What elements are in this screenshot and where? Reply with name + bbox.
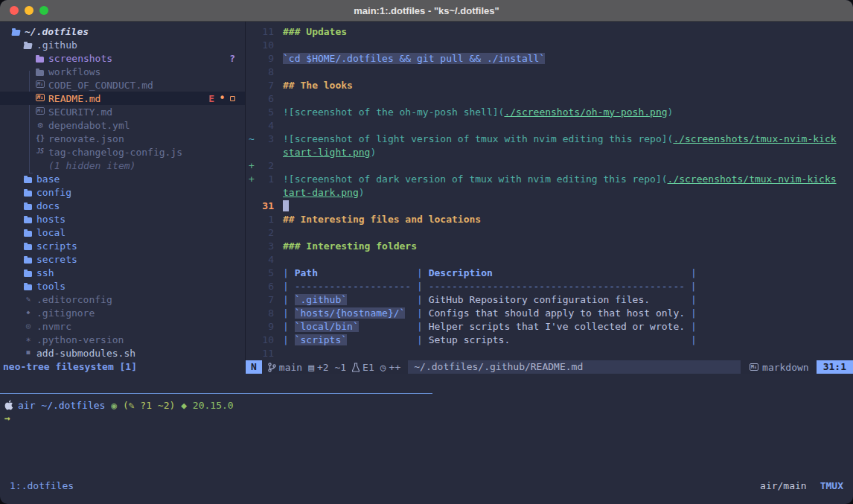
editor-line[interactable]: 3### Interesting folders bbox=[246, 239, 853, 252]
line-number: 7 bbox=[258, 80, 274, 91]
pencil-icon: ✎ bbox=[22, 294, 34, 304]
tree-item[interactable]: ◎.nvmrc bbox=[0, 319, 245, 333]
gutter-sign bbox=[246, 227, 258, 238]
tree-item[interactable]: scripts bbox=[0, 239, 245, 252]
editor-line[interactable]: 2 bbox=[246, 226, 853, 239]
line-number: 3 bbox=[258, 240, 274, 252]
code-token: `scripts` bbox=[295, 334, 347, 345]
star-icon: ∗ bbox=[22, 334, 34, 345]
zoom-button[interactable] bbox=[39, 6, 48, 15]
tree-item[interactable]: {}renovate.json bbox=[0, 132, 245, 145]
gutter-sign bbox=[246, 281, 258, 292]
gutter-sign bbox=[246, 334, 258, 345]
traffic-lights bbox=[10, 6, 48, 15]
clock-extra: ++ bbox=[389, 362, 401, 373]
mode-indicator: N bbox=[246, 360, 262, 374]
editor-line[interactable]: 6| -------------------- | --------------… bbox=[246, 279, 853, 293]
editor-line[interactable]: 9| `local/bin` | Helper scripts that I'v… bbox=[246, 319, 853, 333]
tree-item[interactable]: ✎.editorconfig bbox=[0, 293, 245, 306]
square-icon: ■ bbox=[22, 348, 34, 358]
line-number: 2 bbox=[258, 227, 274, 238]
tree-item[interactable]: screenshots? bbox=[0, 51, 245, 65]
editor-lines[interactable]: 11### Updates 10 9`cd $HOME/.dotfiles &&… bbox=[246, 25, 853, 360]
editor-line[interactable]: 7## The looks bbox=[246, 78, 853, 92]
shell-pane[interactable]: air ~/.dotfiles ◉ (✎ ?1 ~2) ◆ 20.15.0 → bbox=[0, 374, 853, 478]
gutter-sign bbox=[246, 307, 258, 319]
code-token: | bbox=[685, 294, 697, 305]
editor-line[interactable]: 5| Path | Description | bbox=[246, 266, 853, 279]
editor-line[interactable]: 11 bbox=[246, 346, 853, 360]
editor-line[interactable]: 6 bbox=[246, 92, 853, 105]
tree-item[interactable]: M↓CODE_OF_CONDUCT.md bbox=[0, 78, 245, 92]
tree-item[interactable]: docs bbox=[0, 199, 245, 212]
tmux-window-name[interactable]: 1:.dotfiles bbox=[0, 478, 74, 494]
tree-item[interactable]: workflows bbox=[0, 65, 245, 78]
titlebar: main:1:.dotfiles - "ks~/.dotfiles" bbox=[0, 0, 853, 22]
code-token bbox=[347, 294, 411, 305]
editor-line[interactable]: 11### Updates bbox=[246, 25, 853, 38]
editor-line[interactable]: 8 bbox=[246, 65, 853, 78]
tree-item[interactable]: local bbox=[0, 226, 245, 239]
line-number: 1 bbox=[258, 214, 274, 225]
code-token: | bbox=[685, 334, 697, 345]
editor[interactable]: 11### Updates 10 9`cd $HOME/.dotfiles &&… bbox=[246, 22, 853, 374]
editor-line[interactable]: 4 bbox=[246, 252, 853, 266]
prompt-arrow[interactable]: → bbox=[4, 412, 10, 425]
clock-segment: ◷ ++ bbox=[380, 362, 400, 373]
tree-item-label: .python-version bbox=[36, 334, 124, 345]
editor-line[interactable]: 5![screenshot of the oh-my-posh shell](.… bbox=[246, 105, 853, 118]
line-number: 11 bbox=[258, 348, 274, 359]
diamond-icon: ◆ bbox=[22, 307, 34, 318]
editor-line[interactable]: 9`cd $HOME/.dotfiles && git pull && ./in… bbox=[246, 51, 853, 65]
tree-item[interactable]: ~/.dotfiles bbox=[0, 25, 245, 38]
tree-item[interactable]: ◆.gitignore bbox=[0, 306, 245, 319]
editor-line[interactable]: 31 bbox=[246, 199, 853, 212]
tree-item-label: hosts bbox=[36, 214, 66, 225]
tree-item[interactable]: ssh bbox=[0, 266, 245, 279]
line-number: 5 bbox=[258, 106, 274, 118]
folder-icon bbox=[22, 227, 34, 237]
untracked-badge: ? bbox=[229, 53, 235, 64]
code-token: ./screenshots/tmux-nvim-kick bbox=[673, 133, 836, 144]
editor-line[interactable]: 1## Interesting files and locations bbox=[246, 212, 853, 226]
gutter-sign bbox=[246, 66, 258, 77]
cursor-position: 31:1 bbox=[817, 360, 853, 374]
editor-line[interactable]: 4 bbox=[246, 118, 853, 132]
tree-item[interactable]: JStag-changelog-config.js bbox=[0, 145, 245, 159]
code-token: `.github` bbox=[295, 294, 347, 305]
tree-item[interactable]: ■add-submodules.sh bbox=[0, 346, 245, 360]
tree-item[interactable]: hosts bbox=[0, 212, 245, 226]
minimize-button[interactable] bbox=[25, 6, 33, 15]
line-number: 6 bbox=[258, 93, 274, 104]
editor-line[interactable]: 8| `hosts/{hostname}/` | Configs that sh… bbox=[246, 306, 853, 319]
code-token: | bbox=[685, 267, 697, 278]
code-token: | bbox=[283, 294, 295, 305]
tree-item[interactable]: config bbox=[0, 185, 245, 199]
tree-item-label: (1 hidden item) bbox=[48, 160, 135, 171]
editor-line[interactable]: +2 bbox=[246, 159, 853, 172]
gutter-sign bbox=[246, 321, 258, 332]
tree-item[interactable]: M↓README.mdE• bbox=[0, 92, 245, 105]
editor-line[interactable]: ~3![screenshot of light version of tmux … bbox=[246, 132, 853, 145]
close-button[interactable] bbox=[10, 6, 19, 15]
diagnostics-count: E1 bbox=[362, 362, 374, 373]
tree-item[interactable]: secrets bbox=[0, 252, 245, 266]
folder-icon bbox=[22, 267, 34, 278]
line-number: 6 bbox=[258, 281, 274, 292]
editor-line[interactable]: 10 bbox=[246, 38, 853, 51]
editor-line[interactable]: start-light.png) bbox=[246, 145, 853, 159]
editor-line[interactable]: +1![screenshot of dark version of tmux w… bbox=[246, 172, 853, 185]
gutter-sign bbox=[246, 106, 258, 118]
editor-line[interactable]: tart-dark.png) bbox=[246, 185, 853, 199]
tree-item[interactable]: (1 hidden item) bbox=[0, 159, 245, 172]
tree-item[interactable]: ⚙dependabot.yml bbox=[0, 118, 245, 132]
tree-item[interactable]: .github bbox=[0, 38, 245, 51]
tree-item[interactable]: M↓SECURITY.md bbox=[0, 105, 245, 118]
editor-line[interactable]: 7| `.github` | GitHub Repository configu… bbox=[246, 293, 853, 306]
tree-item[interactable]: ∗.python-version bbox=[0, 333, 245, 346]
editor-line[interactable]: 10| `scripts` | Setup scripts. | bbox=[246, 333, 853, 346]
md-icon: M↓ bbox=[34, 80, 46, 90]
tree-item[interactable]: base bbox=[0, 172, 245, 185]
node-version: 20.15.0 bbox=[193, 400, 234, 411]
tree-item[interactable]: tools bbox=[0, 279, 245, 293]
